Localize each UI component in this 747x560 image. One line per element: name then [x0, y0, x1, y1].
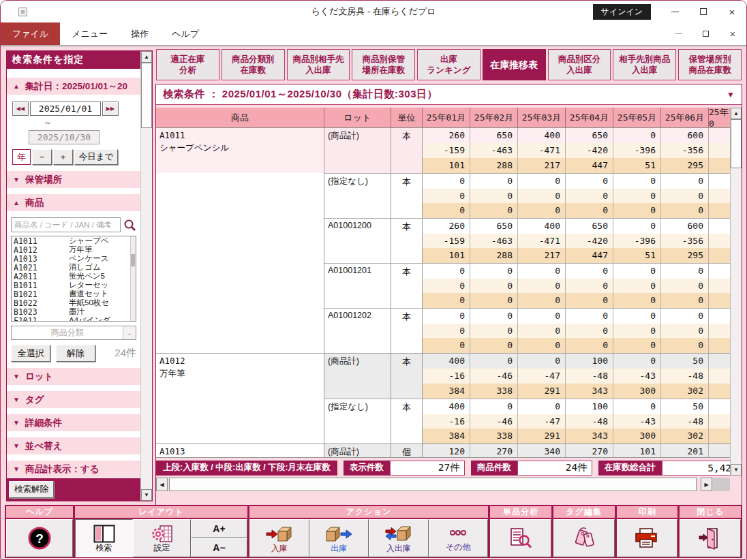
value-cell: 0: [613, 264, 661, 279]
section-lot[interactable]: ▼ ロット: [7, 368, 140, 385]
item-analysis-button[interactable]: [490, 519, 551, 557]
header-month-0: 25年01月: [423, 108, 470, 127]
value-cell: -471: [518, 234, 566, 249]
tab-4[interactable]: 出庫 ランキング: [417, 49, 481, 80]
scroll-left-icon[interactable]: ◀: [156, 478, 168, 491]
menu-help[interactable]: ヘルプ: [160, 22, 211, 45]
table-row[interactable]: A01001200本2606504006500600-159-463-471-4…: [324, 218, 730, 263]
section-sort[interactable]: ▼ 並べ替え: [7, 437, 140, 454]
sidebar-scrollbar[interactable]: ▲ ▼: [140, 51, 152, 501]
table-row[interactable]: (商品計)本40000100050-16-46-47-48-43-4838433…: [324, 354, 730, 399]
tab-8[interactable]: 保管場所別 商品在庫数: [678, 49, 742, 80]
scrollbar-thumb[interactable]: [131, 254, 135, 266]
date-next-button[interactable]: ▶▶: [102, 102, 119, 116]
date-from-field[interactable]: [30, 102, 101, 116]
menu-menu[interactable]: メニュー: [60, 22, 119, 45]
table-row[interactable]: A01001201本000000000000000000: [324, 263, 730, 308]
tab-6[interactable]: 商品別区分 入出庫: [548, 49, 611, 80]
tab-bar: 適正在庫 分析商品分類別 在庫数商品別相手先 入出庫商品別保管 場所在庫数出庫 …: [156, 49, 742, 80]
other-button[interactable]: その他: [429, 519, 489, 557]
date-minus-button[interactable]: −: [32, 149, 52, 165]
product-category-dropdown[interactable]: 商品分類 ⌄: [11, 326, 136, 340]
mdi-minimize-button[interactable]: [665, 22, 692, 45]
filter-condition-bar[interactable]: 検索条件 ： 2025/01/01～2025/10/30（集計日数:303日） …: [156, 84, 742, 105]
scrollbar-thumb[interactable]: [731, 119, 742, 168]
scrollbar-thumb[interactable]: [141, 63, 152, 128]
search-layout-button[interactable]: 検索: [75, 519, 133, 557]
table-row[interactable]: A01001202本000000000000000000: [324, 308, 730, 353]
value-cell: 291: [518, 384, 566, 399]
help-button[interactable]: ?: [6, 519, 73, 557]
product-search-input[interactable]: [11, 217, 121, 232]
product-list-scrollbar[interactable]: [130, 236, 136, 321]
section-storage-location[interactable]: ▼ 保管場所: [7, 171, 140, 188]
unit-cell: 個: [391, 444, 423, 457]
tab-3[interactable]: 商品別保管 場所在庫数: [352, 49, 415, 80]
value-cell: [709, 384, 730, 399]
menu-file[interactable]: ファイル: [1, 22, 60, 45]
double-left-arrow-icon: ◀◀: [16, 106, 25, 112]
table-row[interactable]: (商品計)本2606504006500600-159-463-471-420-3…: [324, 128, 730, 173]
scroll-up-icon[interactable]: ▲: [731, 108, 742, 119]
clear-search-button[interactable]: 検索解除: [9, 481, 54, 498]
section-detail-conditions[interactable]: ▼ 詳細条件: [7, 414, 140, 431]
date-prev-button[interactable]: ◀◀: [12, 102, 29, 116]
table-row[interactable]: (商品計)個120270340270101201: [324, 444, 730, 457]
tab-5[interactable]: 在庫推移表: [483, 49, 546, 80]
product-list-item[interactable]: F1011A4バインダ: [12, 316, 136, 322]
menu-operation[interactable]: 操作: [119, 22, 160, 45]
font-size-increase-button[interactable]: A+: [191, 519, 247, 538]
value-cell: 400: [423, 354, 470, 369]
tab-7[interactable]: 相手先別商品 入出庫: [613, 49, 676, 80]
value-row: -16-46-47-48-43-48: [423, 414, 730, 429]
search-icon[interactable]: [123, 219, 136, 232]
value-row: 120270340270101201: [423, 444, 730, 457]
inbound-button[interactable]: 入庫: [249, 519, 309, 557]
value-cell: 0: [661, 279, 709, 294]
section-product[interactable]: ▲ 商品: [7, 194, 140, 211]
font-size-decrease-button[interactable]: A−: [191, 538, 247, 557]
value-cell: 0: [613, 279, 661, 294]
mdi-close-button[interactable]: ×: [719, 22, 746, 45]
print-button[interactable]: [617, 519, 678, 557]
date-to-field[interactable]: [29, 130, 100, 144]
tab-1[interactable]: 商品分類別 在庫数: [222, 49, 285, 80]
section-product-total-display[interactable]: ▼ 商品計表示：する: [7, 461, 140, 478]
outbound-button[interactable]: 出庫: [309, 519, 369, 557]
toolbar-group-label: 閉じる: [680, 506, 741, 518]
scroll-down-icon[interactable]: ▼: [731, 464, 742, 476]
product-label: A1012万年筆: [156, 354, 324, 382]
select-all-button[interactable]: 全選択: [11, 345, 50, 362]
value-cell: 0: [566, 293, 613, 308]
table-row[interactable]: (指定なし)本000000000000000000: [324, 173, 730, 218]
date-plus-button[interactable]: +: [53, 149, 73, 165]
close-view-button[interactable]: [680, 519, 741, 557]
table-row[interactable]: (指定なし)本40000100050-16-46-47-48-43-483843…: [324, 399, 730, 444]
settings-button[interactable]: 設定: [133, 519, 191, 557]
tag-edit-button[interactable]: [553, 519, 615, 557]
deselect-button[interactable]: 解除: [56, 345, 95, 362]
value-cell: 0: [566, 324, 613, 339]
section-tag[interactable]: ▼ タグ: [7, 391, 140, 408]
horizontal-scrollbar[interactable]: ◀ ▶: [156, 478, 730, 491]
value-cell: 447: [566, 158, 613, 173]
toolbar-group-label: アクション: [249, 506, 488, 518]
scroll-right-icon[interactable]: ▶: [701, 478, 712, 491]
tab-2[interactable]: 商品別相手先 入出庫: [287, 49, 350, 80]
value-cell: 400: [518, 128, 566, 143]
product-code: A1013: [12, 254, 69, 264]
chevron-down-icon[interactable]: ▼: [727, 90, 735, 99]
content-panel: 検索条件 ： 2025/01/01～2025/10/30（集計日数:303日） …: [155, 84, 742, 548]
until-today-button[interactable]: 今日まで: [74, 149, 118, 165]
vertical-scrollbar[interactable]: ▲ ▼: [730, 108, 742, 476]
scroll-down-icon[interactable]: ▼: [141, 489, 152, 501]
in-outbound-button[interactable]: 入出庫: [369, 519, 429, 557]
mdi-restore-button[interactable]: [692, 22, 719, 45]
year-unit-button[interactable]: 年: [12, 149, 31, 165]
tab-0[interactable]: 適正在庫 分析: [156, 49, 219, 80]
value-cell: 0: [423, 324, 470, 339]
section-aggregation-date[interactable]: ▲ 集計日：2025/01/01～20: [7, 78, 140, 95]
scrollbar-thumb[interactable]: [169, 478, 697, 491]
value-cell: 0: [566, 309, 613, 324]
scroll-up-icon[interactable]: ▲: [141, 51, 152, 63]
